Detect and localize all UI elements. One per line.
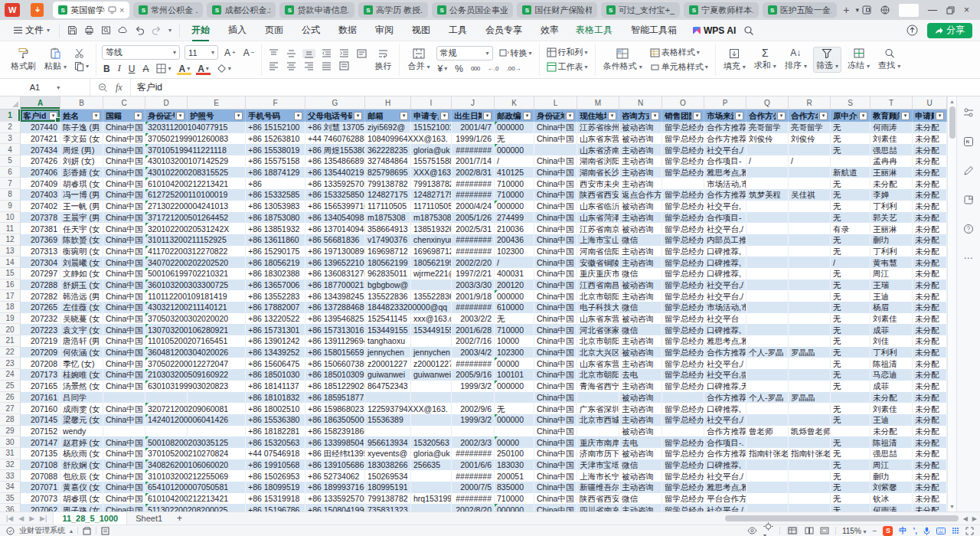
cell[interactable]: 122593794XXX@163. [365,403,411,414]
decrease-decimal-button[interactable]: .00→ [505,65,522,72]
cell[interactable]: ######## [452,246,495,257]
cell[interactable]: 成雨雯 (女 [60,403,103,414]
freeze-button[interactable]: 冻结 ▾ [845,47,872,72]
cell[interactable]: 未分配 [913,223,947,234]
find-button[interactable]: 查找 ▾ [876,47,903,72]
cell[interactable]: 630103199903020823 [145,381,188,392]
cell[interactable]: 未分配 [913,358,947,369]
cell[interactable]: 北京市朝阳 [577,290,619,302]
cell[interactable]: 何雨涛 [871,122,913,133]
cell[interactable]: +86 周煜155380 [305,144,365,155]
cell[interactable]: 未分配 [913,133,947,145]
cell[interactable]: 个人-罗晶 [746,392,789,404]
cell[interactable]: 117110505 [365,201,411,212]
cell[interactable]: 何依涵 (女 [60,347,103,358]
cell[interactable]: 周子路 (女 [60,504,103,511]
cell[interactable]: 799138782 [365,493,411,505]
wrap-text-button[interactable]: 换行 [372,47,394,73]
cell[interactable]: China中国 [103,257,145,268]
cell[interactable] [789,436,831,448]
cell[interactable]: 180562199 [411,257,452,268]
cell[interactable]: 江西省南昌 [577,279,619,291]
cell[interactable]: ######## [452,358,495,369]
cell[interactable]: 207402 [21,201,60,212]
cell[interactable]: 无 [831,302,871,313]
cell[interactable]: 任天宇 (女 [60,223,103,234]
add-sheet-button[interactable]: + [171,513,188,524]
cell[interactable] [188,392,246,404]
cell[interactable]: 无 [831,324,871,335]
cell[interactable]: +86 56681836 [305,234,365,246]
cell[interactable] [411,335,452,347]
cell[interactable]: 雅思考点,雅 [704,335,746,347]
cell[interactable]: 未分配 [913,324,947,335]
cell[interactable]: 320721200209060081 [145,403,188,414]
font-size-select[interactable]: 11▾ [185,45,218,60]
cell[interactable]: 留学总经办 [662,504,704,511]
cell[interactable] [789,482,831,493]
layout-switch-icon[interactable] [862,5,871,15]
cell[interactable]: 未分配 [913,234,947,246]
cell[interactable]: +86 15320563 [246,436,305,448]
cell[interactable]: 留学总经办 [662,133,704,145]
column-header-C[interactable]: C [103,96,145,109]
worksheet-button[interactable]: 工作表▾ [545,61,590,73]
cell[interactable]: 留学总经办 [662,223,704,234]
cell[interactable] [145,426,188,437]
cell[interactable]: 142401200006041426 [145,414,188,426]
cell[interactable]: 韩浩远 (男 [60,290,103,302]
sum-button[interactable]: Σ 求和 ▾ [752,47,779,72]
cell[interactable]: +86 1343982452 [305,290,365,302]
cell[interactable]: 北京市朝阳 [577,335,619,347]
cell[interactable]: 500108200203035125 [145,436,188,448]
cell[interactable]: 彭香婧 (女 [60,167,103,178]
cell[interactable]: +86 13851932 [246,223,305,234]
cell[interactable]: +86 15536380 [246,414,305,426]
next-sheet-icon[interactable]: ▶ [29,515,34,522]
cell[interactable]: China中国 [103,504,145,511]
row-number[interactable]: 35 [0,493,21,505]
cell[interactable]: 李文茹 (女 [60,133,103,145]
cell[interactable]: China中国 [103,212,145,224]
cell[interactable] [789,414,831,426]
cell[interactable]: 2002/7/16 [452,335,495,347]
cell[interactable]: 蒯玏 [871,470,913,482]
cell[interactable]: 安徽省铜陵 [577,257,619,268]
cell[interactable]: 无 [831,414,871,426]
row-number[interactable]: 13 [0,246,21,257]
cell[interactable]: 王迪 [871,414,913,426]
file-tab[interactable]: S高学历 教授.xlsx [358,2,428,18]
cell[interactable]: China中国 [103,324,145,335]
cell[interactable]: 000000 [495,201,534,212]
cell[interactable]: 济南市历下 [577,448,619,459]
filter-dropdown-icon[interactable]: ▾ [400,112,408,120]
cell[interactable]: ######## [452,448,495,459]
zoom-out-icon[interactable]: − [873,527,877,535]
cell[interactable]: 250100 [495,448,534,459]
cell[interactable]: China中国 [103,167,145,178]
filter-dropdown-icon[interactable]: ▾ [901,112,910,120]
cell[interactable]: 207152 [21,426,60,437]
cell[interactable]: 平台合作方 [704,493,746,505]
cell[interactable]: 未分配 [913,448,947,459]
cell[interactable]: 2002/3/3 [452,436,495,448]
row-number[interactable]: 34 [0,482,21,493]
cell[interactable] [789,302,831,313]
cell[interactable]: XXX@163. [411,167,452,178]
header-cell[interactable]: 邮箱▾ [365,109,411,122]
row-number[interactable]: 9 [0,201,21,212]
merge-cells-button[interactable]: 合并 ▾ [405,47,432,73]
cell[interactable]: 207088 [21,470,60,482]
cell[interactable]: China中国 [534,313,577,325]
cell[interactable]: 未分配 [913,144,947,155]
cell[interactable]: 000000 [495,381,534,392]
cell[interactable]: 留学总经办 [662,414,704,426]
cell[interactable]: 内部员工推 [704,234,746,246]
cell[interactable]: 吕同学 [60,392,103,404]
cell[interactable]: / [495,257,534,268]
cell[interactable] [789,167,831,178]
cell[interactable]: 274499 [495,212,534,224]
column-header-E[interactable]: E [188,96,246,109]
tab-list-chevron-icon[interactable]: ▾ [855,6,859,14]
header-cell[interactable]: 身份证地▾ [534,109,577,122]
